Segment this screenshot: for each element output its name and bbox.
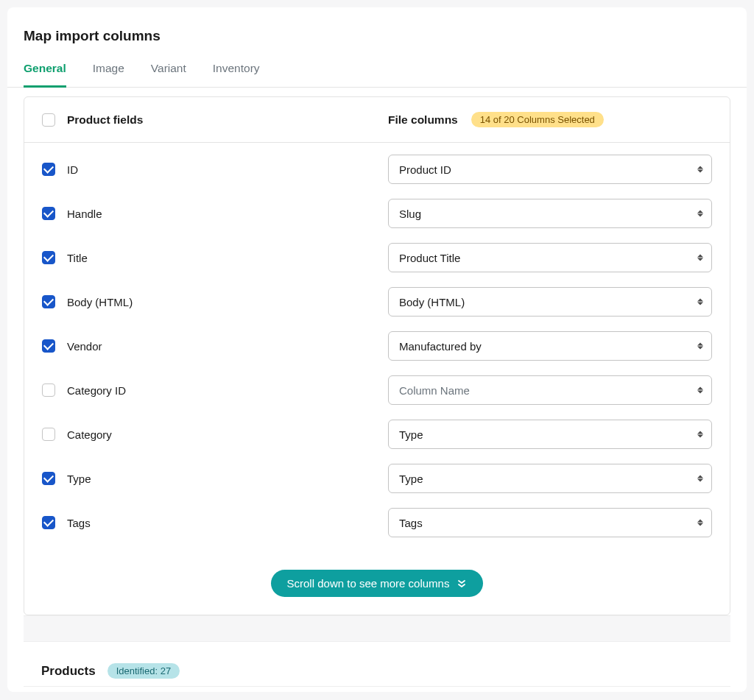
column-select[interactable]: Product ID bbox=[388, 155, 712, 184]
sort-icon bbox=[697, 299, 703, 305]
field-checkbox[interactable] bbox=[42, 251, 55, 264]
column-select[interactable]: Product Title bbox=[388, 243, 712, 272]
mapping-row: VendorManufactured by bbox=[24, 324, 730, 368]
products-identified-badge: Identified: 27 bbox=[108, 663, 180, 679]
column-select-value: Tags bbox=[388, 508, 712, 537]
field-checkbox[interactable] bbox=[42, 295, 55, 308]
tabs-bar: GeneralImageVariantInventory bbox=[7, 44, 747, 88]
mapping-row: TypeType bbox=[24, 456, 730, 501]
column-select[interactable]: Body (HTML) bbox=[388, 287, 712, 317]
chevrons-down-icon bbox=[457, 579, 467, 589]
column-select-value: Slug bbox=[388, 199, 712, 228]
mapping-row: Body (HTML)Body (HTML) bbox=[24, 280, 730, 324]
sort-icon bbox=[697, 475, 703, 482]
mapping-row: IDProduct ID bbox=[24, 147, 730, 191]
tab-image[interactable]: Image bbox=[93, 62, 124, 88]
tab-general[interactable]: General bbox=[24, 62, 66, 88]
field-label: Handle bbox=[67, 208, 102, 220]
column-select[interactable]: Column Name bbox=[388, 375, 712, 405]
field-label: Type bbox=[67, 473, 91, 485]
mapping-row: HandleSlug bbox=[24, 191, 730, 236]
column-select-value: Product Title bbox=[388, 243, 712, 272]
column-select-value: Type bbox=[388, 464, 712, 493]
field-checkbox[interactable] bbox=[42, 383, 55, 397]
column-select-value: Type bbox=[388, 420, 712, 449]
section-divider bbox=[24, 615, 730, 642]
column-select-value: Column Name bbox=[388, 375, 712, 405]
column-select[interactable]: Type bbox=[388, 464, 712, 493]
products-section: Products Identified: 27 bbox=[24, 642, 730, 687]
column-select-value: Body (HTML) bbox=[388, 287, 712, 317]
sort-icon bbox=[697, 520, 703, 526]
field-label: Category bbox=[67, 428, 112, 441]
field-checkbox[interactable] bbox=[42, 163, 55, 176]
field-checkbox[interactable] bbox=[42, 207, 55, 220]
page-container: Map import columns GeneralImageVariantIn… bbox=[7, 7, 747, 692]
field-label: Title bbox=[67, 252, 88, 264]
scroll-more-button[interactable]: Scroll down to see more columns bbox=[271, 570, 484, 597]
tab-inventory[interactable]: Inventory bbox=[213, 62, 260, 88]
field-label: Body (HTML) bbox=[67, 296, 133, 308]
columns-selected-badge: 14 of 20 Columns Selected bbox=[471, 112, 604, 127]
field-checkbox[interactable] bbox=[42, 516, 55, 529]
mapping-row: TitleProduct Title bbox=[24, 236, 730, 280]
mapping-row: TagsTags bbox=[24, 501, 730, 545]
mapping-row: CategoryType bbox=[24, 412, 730, 456]
column-select[interactable]: Manufactured by bbox=[388, 331, 712, 361]
sort-icon bbox=[697, 211, 703, 217]
sort-icon bbox=[697, 255, 703, 261]
card-header: Product fields File columns 14 of 20 Col… bbox=[24, 97, 730, 143]
sort-icon bbox=[697, 166, 703, 173]
mapping-card: Product fields File columns 14 of 20 Col… bbox=[24, 96, 730, 615]
products-title: Products bbox=[41, 664, 96, 679]
page-title: Map import columns bbox=[7, 28, 747, 44]
sort-icon bbox=[697, 387, 703, 394]
mapping-row: Category IDColumn Name bbox=[24, 368, 730, 412]
field-checkbox[interactable] bbox=[42, 339, 55, 353]
column-select[interactable]: Tags bbox=[388, 508, 712, 537]
scroll-more-label: Scroll down to see more columns bbox=[287, 577, 450, 590]
tab-variant[interactable]: Variant bbox=[151, 62, 186, 88]
column-select[interactable]: Type bbox=[388, 420, 712, 449]
column-select-value: Manufactured by bbox=[388, 331, 712, 361]
field-label: ID bbox=[67, 163, 78, 176]
select-all-checkbox[interactable] bbox=[42, 113, 55, 127]
field-label: Category ID bbox=[67, 384, 126, 397]
field-checkbox[interactable] bbox=[42, 428, 55, 441]
field-checkbox[interactable] bbox=[42, 472, 55, 485]
column-select[interactable]: Slug bbox=[388, 199, 712, 228]
field-label: Vendor bbox=[67, 340, 102, 353]
file-columns-header: File columns bbox=[388, 113, 458, 127]
column-select-value: Product ID bbox=[388, 155, 712, 184]
sort-icon bbox=[697, 431, 703, 438]
product-fields-header: Product fields bbox=[67, 113, 143, 127]
field-label: Tags bbox=[67, 517, 91, 529]
sort-icon bbox=[697, 343, 703, 350]
mapping-rows: IDProduct IDHandleSlugTitleProduct Title… bbox=[24, 143, 730, 562]
